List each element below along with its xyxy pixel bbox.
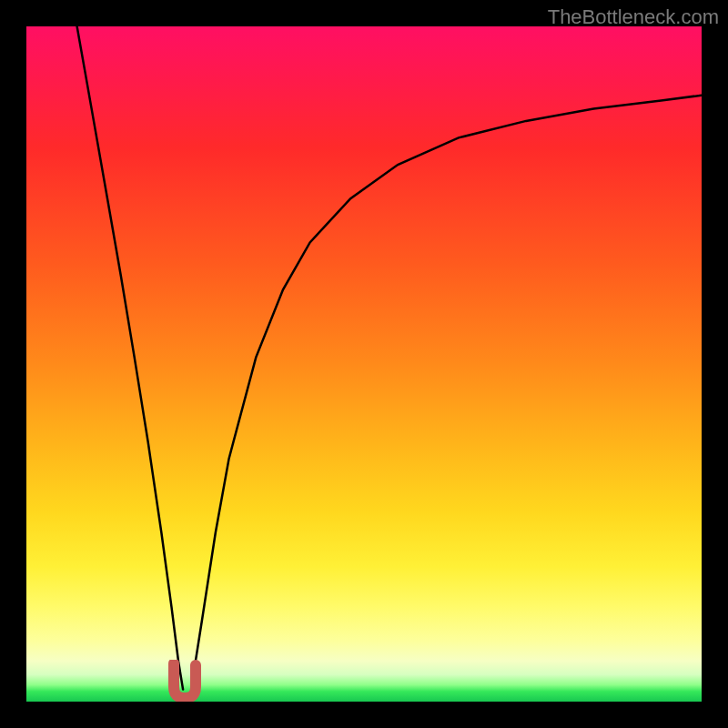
chart-frame: TheBottleneck.com xyxy=(0,0,728,728)
curve-left-branch xyxy=(77,26,184,690)
watermark-text: TheBottleneck.com xyxy=(548,5,719,29)
curve-right-branch xyxy=(192,96,702,685)
bottleneck-curve xyxy=(26,26,702,702)
plot-area xyxy=(26,26,702,702)
optimal-marker xyxy=(167,660,203,702)
